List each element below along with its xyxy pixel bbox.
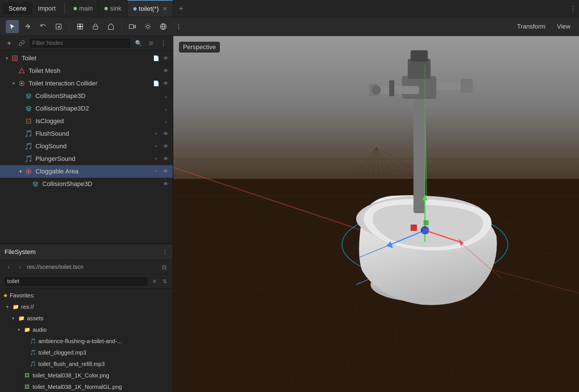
- tab-scene[interactable]: Scene: [3, 3, 32, 15]
- svg-point-68: [372, 85, 381, 95]
- fs-back-btn[interactable]: ‹: [4, 263, 13, 272]
- tool-light[interactable]: [141, 20, 154, 33]
- toilet-eye-icon[interactable]: 👁: [162, 54, 170, 62]
- flush-eye-icon[interactable]: 👁: [162, 130, 170, 138]
- tree-item-toilet[interactable]: ▼ Toilet 📄 👁: [0, 52, 173, 65]
- fs-item-clogged[interactable]: ▶ 🎵 toilet_clogged.mp3: [0, 347, 173, 358]
- tree-item-isclogged[interactable]: ▶ IsClogged ⌄: [0, 115, 173, 127]
- fs-label-normal-png: toilet_Metal038_1K_NormalGL.png: [33, 384, 170, 390]
- tool-rotate[interactable]: [37, 20, 50, 33]
- tic-eye-icon[interactable]: 👁: [162, 79, 170, 87]
- toilet-script-icon: 📄: [152, 54, 160, 62]
- perspective-text: Perspective: [183, 43, 216, 51]
- tree-label-cs3d-2: CollisionShape3D2: [35, 105, 161, 112]
- fs-item-flush[interactable]: ▶ 🎵 toilet_flush_and_refill.mp3: [0, 358, 173, 370]
- svg-rect-78: [422, 227, 428, 234]
- svg-rect-6: [129, 25, 134, 29]
- svg-rect-18: [149, 41, 153, 42]
- tree-item-toilet-mesh[interactable]: ▶ Toilet Mesh 👁: [0, 65, 173, 77]
- tab-close-toilet[interactable]: ✕: [163, 6, 167, 12]
- tool-snap[interactable]: [73, 20, 87, 33]
- tree-label-plungersound: PlungerSound: [35, 155, 151, 163]
- cs3d3-eye-icon[interactable]: 👁: [162, 180, 170, 188]
- scene-tree: ▼ Toilet 📄 👁 ▶: [0, 50, 173, 243]
- filesystem-menu-btn[interactable]: ⋮: [162, 248, 168, 256]
- tool-group[interactable]: [104, 20, 118, 33]
- tool-move[interactable]: [21, 20, 34, 33]
- tree-item-clogsound[interactable]: ▶ 🎵 ClogSound ≈ 👁: [0, 140, 173, 153]
- scene-menu-btn[interactable]: ⋮: [158, 38, 169, 48]
- fs-item-res[interactable]: ▼ 📁 res://: [0, 301, 173, 313]
- tab-toilet[interactable]: toilet(*) ✕: [128, 0, 173, 17]
- search-icon[interactable]: 🔍: [133, 38, 144, 48]
- fs-search-clear-btn[interactable]: ✕: [150, 277, 158, 285]
- tool-scale[interactable]: [52, 20, 65, 33]
- fs-label-ambience: ambience-flushing-a-toilet-and-...: [38, 338, 170, 345]
- tool-more[interactable]: ⋮: [172, 20, 185, 33]
- tab-dot-main: [73, 7, 77, 10]
- tab-import[interactable]: Import: [32, 3, 61, 15]
- cloggable-signal-icon: ≈: [152, 167, 160, 175]
- fs-item-color-png[interactable]: ▶ 🖼 toilet_Metal038_1K_Color.png: [0, 370, 173, 381]
- viewport-3d[interactable]: Perspective: [173, 36, 579, 392]
- tree-item-tic[interactable]: ▼ Toilet Interaction Collider 📄 👁: [0, 77, 173, 90]
- image-icon-color: 🖼: [23, 372, 31, 379]
- audio-icon-ambience: 🎵: [29, 337, 37, 345]
- svg-rect-62: [408, 59, 431, 79]
- view-button[interactable]: View: [554, 22, 573, 31]
- tree-item-plungersound[interactable]: ▶ 🎵 PlungerSound ≈ 👁: [0, 153, 173, 165]
- svg-line-10: [146, 24, 146, 25]
- tree-label-toilet: Toilet: [22, 55, 151, 62]
- fs-layout-btn[interactable]: ⊟: [160, 263, 169, 272]
- node-icon-cs3d-1: [25, 92, 33, 100]
- tree-arrow-cloggable[interactable]: ▼: [18, 169, 23, 174]
- viewport-perspective-label: Perspective: [179, 42, 220, 53]
- tree-item-cs3d-3[interactable]: ▶ CollisionShape3D 👁: [0, 178, 173, 190]
- filter-nodes-input[interactable]: [29, 38, 131, 48]
- filesystem-panel: FileSystem ⋮ ‹ › res://scenes/toilet.tsc…: [0, 243, 173, 392]
- tree-item-cs3d-1[interactable]: ▶ CollisionShape3D ⌄: [0, 90, 173, 102]
- isclogged-chevron: ⌄: [162, 117, 170, 125]
- add-node-btn[interactable]: +: [4, 38, 14, 48]
- transform-button[interactable]: Transform: [514, 22, 548, 31]
- tree-arrow-toilet-mesh: ▶: [11, 68, 17, 74]
- folder-icon-assets: 📁: [18, 315, 25, 322]
- cs3d1-chevron: ⌄: [162, 92, 170, 100]
- tree-item-cs3d-2[interactable]: ▶ CollisionShape3D2 ⌄: [0, 102, 173, 115]
- toilet-mesh-eye-icon[interactable]: 👁: [162, 67, 170, 75]
- svg-rect-1: [77, 24, 80, 26]
- tool-globe[interactable]: [157, 20, 170, 33]
- cloggable-eye-icon[interactable]: 👁: [162, 167, 170, 175]
- fs-search-input[interactable]: [4, 276, 148, 287]
- tool-camera[interactable]: [126, 20, 139, 33]
- fs-label-res: res://: [21, 304, 170, 310]
- file-tabs-bar: Scene Import main sink toilet(*) ✕ + ⋮: [0, 0, 579, 17]
- svg-rect-20: [149, 44, 153, 45]
- link-node-btn[interactable]: [17, 38, 27, 48]
- tree-item-flushsound[interactable]: ▶ 🎵 FlushSound ≈ 👁: [0, 127, 173, 140]
- plunger-eye-icon[interactable]: 👁: [162, 155, 170, 163]
- fs-search-row: ✕ ⇅: [0, 274, 173, 289]
- tree-arrow-tic[interactable]: ▼: [11, 81, 17, 86]
- fs-item-ambience[interactable]: ▶ 🎵 ambience-flushing-a-toilet-and-...: [0, 335, 173, 347]
- tree-label-cs3d-1: CollisionShape3D: [35, 92, 161, 100]
- svg-rect-79: [423, 220, 429, 225]
- panel-menu-btn[interactable]: ⋮: [570, 5, 576, 12]
- fs-item-assets[interactable]: ▼ 📁 assets: [0, 313, 173, 324]
- panel-tabs: Scene Import: [3, 3, 61, 15]
- tree-arrow-toilet[interactable]: ▼: [4, 55, 10, 61]
- tab-sink[interactable]: sink: [99, 0, 127, 17]
- fs-item-normal-png[interactable]: ▶ 🖼 toilet_Metal038_1K_NormalGL.png: [0, 381, 173, 392]
- fs-forward-btn[interactable]: ›: [15, 263, 25, 272]
- clog-eye-icon[interactable]: 👁: [162, 142, 170, 150]
- tree-item-cloggable-area[interactable]: ▼ Cloggable Area ≈ 👁: [0, 165, 173, 178]
- node-icon-cs3d-3: [31, 180, 39, 188]
- scene-options-btn[interactable]: [146, 38, 156, 48]
- node-icon-plungersound: 🎵: [25, 155, 33, 163]
- tool-lock[interactable]: [89, 20, 102, 33]
- tab-main[interactable]: main: [68, 0, 99, 17]
- fs-search-sort-btn[interactable]: ⇅: [161, 277, 169, 285]
- add-tab-button[interactable]: +: [175, 3, 187, 14]
- tool-select[interactable]: [6, 20, 19, 33]
- fs-item-audio[interactable]: ▼ 📁 audio: [0, 324, 173, 335]
